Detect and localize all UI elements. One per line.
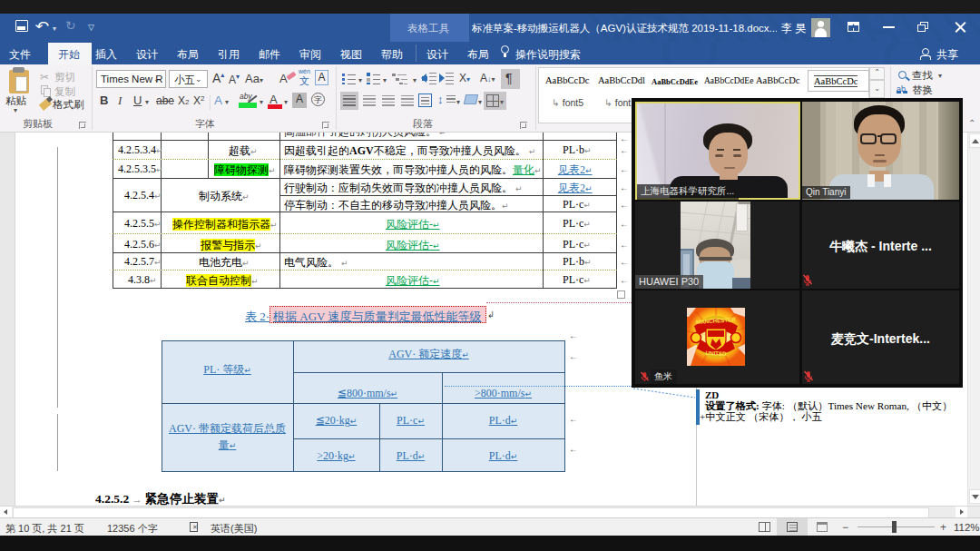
svg-text:UNITED: UNITED <box>705 349 727 357</box>
